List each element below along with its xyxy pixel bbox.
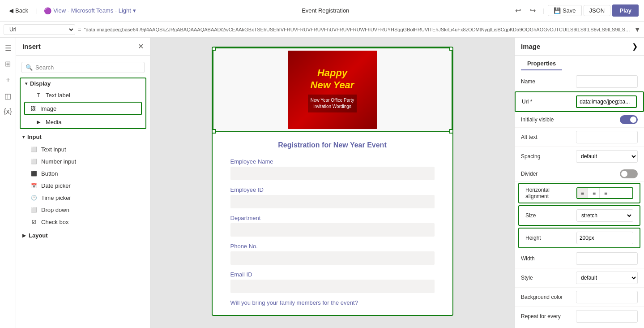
prop-name: Name (515, 72, 644, 91)
width-input[interactable] (576, 252, 638, 265)
height-input[interactable] (576, 232, 633, 244)
resize-handle-tr[interactable] (449, 47, 453, 51)
style-select[interactable]: default person (576, 272, 638, 284)
sidebar-item-check-box[interactable]: ☑ Check box (18, 216, 148, 228)
divider-label: Divider (521, 171, 572, 177)
height-value (576, 232, 633, 244)
align-left-button[interactable]: ≡ (577, 188, 588, 198)
email-input[interactable] (230, 280, 435, 293)
back-arrow-icon: ◀ (9, 7, 13, 14)
field-email: Email ID (230, 271, 435, 293)
horizontal-alignment-label: Horizontal alignment (525, 187, 573, 199)
sidebar-item-media[interactable]: ▶ Media (22, 116, 144, 128)
topbar-center: Event Registration (143, 7, 508, 14)
background-color-label: Background color (521, 294, 572, 300)
prop-width: Width (515, 249, 644, 268)
text-input-label: Text input (41, 146, 66, 153)
name-value (576, 75, 638, 88)
employee-name-input[interactable] (230, 167, 435, 180)
url-type-select[interactable]: Url (4, 24, 75, 35)
main-layout: ☰ ⊞ ＋ ◫ {x} Insert ✕ 🔍 ▾ Display T (0, 38, 644, 328)
divider-toggle[interactable] (620, 169, 638, 178)
email-label: Email ID (230, 271, 435, 278)
alt-text-input[interactable] (576, 131, 638, 143)
media-text: Media (46, 119, 61, 125)
initially-visible-toggle[interactable] (620, 115, 638, 124)
sidebar-item-button[interactable]: ⬛ Button (18, 168, 148, 179)
background-color-input[interactable] (576, 291, 638, 303)
time-picker-label: Time picker (41, 194, 71, 201)
employee-id-input[interactable] (230, 195, 435, 208)
align-center-button[interactable]: ≡ (589, 188, 600, 198)
phone-input[interactable] (230, 251, 435, 265)
url-input[interactable] (576, 95, 637, 108)
back-label: Back (15, 7, 28, 14)
size-select[interactable]: stretch auto small medium large (576, 209, 633, 222)
teams-icon: 🟣 (44, 7, 51, 14)
text-input-icon: ⬜ (30, 146, 38, 153)
layout-section-header[interactable]: ▶ Layout (16, 229, 150, 242)
play-button[interactable]: Play (612, 4, 639, 17)
form-content: Registration for New Year Event Employee… (213, 132, 452, 315)
size-value: stretch auto small medium large (576, 209, 633, 222)
sidebar-item-time-picker[interactable]: 🕐 Time picker (18, 192, 148, 203)
add-button[interactable]: ＋ (2, 73, 14, 87)
sidebar-item-text-input[interactable]: ⬜ Text input (18, 143, 148, 155)
spacing-label: Spacing (521, 153, 572, 160)
sidebar-item-text-label[interactable]: T Text label (22, 89, 144, 101)
components-button[interactable]: ◫ (2, 89, 14, 103)
image-area[interactable]: HappyNew Year New Year Office PartyInvit… (213, 47, 452, 132)
name-input[interactable] (576, 75, 638, 88)
url-expand-button[interactable]: ▼ (634, 26, 640, 33)
code-button[interactable]: {x} (1, 105, 15, 118)
text-label-text: Text label (46, 92, 70, 99)
undo-button[interactable]: ↩ (512, 4, 525, 17)
resize-handle-bl[interactable] (212, 129, 216, 134)
sidebar-body: 🔍 ▾ Display T Text label 🖼 Image ▶ (16, 56, 150, 328)
field-department: Department (230, 215, 435, 237)
date-picker-label: Date picker (41, 182, 71, 189)
display-section-label: Display (30, 80, 51, 87)
image-icon: 🖼 (30, 105, 37, 112)
display-section-header[interactable]: ▾ Display (21, 78, 145, 89)
horizontal-alignment-value: ≡ ≡ ≡ (576, 187, 633, 199)
json-button[interactable]: JSON (584, 5, 611, 16)
view-selector-button[interactable]: 🟣 View - Microsoft Teams - Light ▾ (40, 5, 140, 16)
spacing-select[interactable]: default (576, 150, 638, 163)
newyear-title: HappyNew Year (311, 67, 354, 91)
field-phone: Phone No. (230, 243, 435, 265)
back-button[interactable]: ◀ Back (5, 5, 32, 16)
sidebar-item-drop-down[interactable]: ⬜ Drop down (18, 204, 148, 216)
sidebar-item-date-picker[interactable]: 📅 Date picker (18, 180, 148, 191)
layers-button[interactable]: ⊞ (2, 57, 13, 71)
chevron-down-icon: ▾ (133, 7, 136, 14)
prop-horizontal-alignment: Horizontal alignment ≡ ≡ ≡ (518, 183, 640, 203)
sidebar-item-number-input[interactable]: ⬜ Number input (18, 155, 148, 167)
number-input-label: Number input (41, 158, 76, 165)
hamburger-button[interactable]: ☰ (2, 41, 14, 55)
resize-handle-br[interactable] (449, 129, 453, 134)
sidebar-item-image[interactable]: 🖼 Image (24, 102, 142, 115)
repeat-for-every-input[interactable] (576, 310, 638, 323)
repeat-for-every-label: Repeat for every (521, 313, 572, 319)
search-input[interactable] (35, 64, 141, 71)
prop-repeat-for-every: Repeat for every (515, 307, 644, 326)
field-employee-name: Employee Name (230, 158, 435, 180)
save-button[interactable]: 💾 Save (548, 5, 582, 16)
resize-handle-tl[interactable] (212, 47, 216, 51)
prop-divider: Divider (515, 166, 644, 182)
department-input[interactable] (230, 223, 435, 237)
json-label: JSON (589, 7, 605, 14)
prop-spacing: Spacing default (515, 147, 644, 166)
prop-size: Size stretch auto small medium large (518, 205, 640, 226)
sidebar-close-button[interactable]: ✕ (138, 42, 144, 51)
employee-name-label: Employee Name (230, 158, 435, 165)
align-right-button[interactable]: ≡ (601, 188, 611, 198)
input-section-header[interactable]: ▾ Input (16, 131, 150, 143)
initially-visible-value (576, 115, 638, 124)
text-label-icon: T (35, 91, 42, 99)
panel-expand-button[interactable]: ❯ (632, 42, 638, 51)
width-label: Width (521, 255, 572, 262)
sidebar-header: Insert ✕ (16, 38, 150, 56)
redo-button[interactable]: ↪ (526, 4, 539, 17)
